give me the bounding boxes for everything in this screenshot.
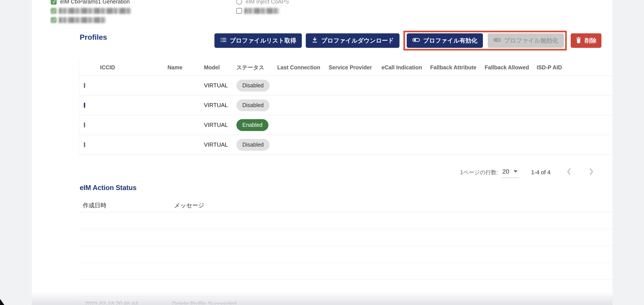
download-icon <box>312 37 318 45</box>
redacted-option-label <box>59 8 131 14</box>
next-page-button[interactable] <box>589 168 594 177</box>
option-row <box>51 6 131 15</box>
redacted-option-label <box>59 17 106 23</box>
expand-row-button[interactable] <box>607 235 612 240</box>
previous-page-button[interactable] <box>566 168 572 177</box>
column-header: Fallback Attribute <box>430 64 485 71</box>
table-row: VIRTUAL Disabled <box>79 76 612 96</box>
action-status-table: 作成日時 メッセージ <box>79 198 612 305</box>
status-badge: Enabled <box>236 119 268 131</box>
row-checkbox[interactable] <box>84 103 85 108</box>
message-value: Delete Profile Succeeded <box>172 297 607 305</box>
model-value: VIRTUAL <box>204 82 236 89</box>
rows-per-page-select[interactable]: 20 <box>501 167 519 178</box>
profile-download-button[interactable]: プロファイルダウンロード <box>306 33 400 48</box>
rows-per-page-label: 1ページの行数: <box>460 169 498 176</box>
expand-row-button[interactable] <box>607 269 612 274</box>
profiles-table-body: VIRTUAL Disabled VIRTUAL Disabled VIRTUA… <box>79 76 612 155</box>
column-header: Service Provider <box>328 64 382 71</box>
rows-per-page-value: 20 <box>502 168 509 175</box>
created-at-value: 2021-02-18 20:46:44 <box>79 297 172 305</box>
column-header: eCall Indication <box>382 64 430 71</box>
checkbox-icon[interactable] <box>51 17 57 23</box>
table-row: VIRTUAL Disabled <box>79 135 612 155</box>
column-header: Fallback Allowed <box>485 64 537 71</box>
column-header: Model <box>204 64 236 71</box>
option-row: eIM CtxParams1 Generation <box>51 0 131 6</box>
option-row <box>51 15 131 24</box>
table-row: VIRTUAL Disabled <box>79 96 612 115</box>
button-label: プロファイルリスト取得 <box>230 37 296 44</box>
action-status-row <box>79 212 612 229</box>
trash-icon <box>576 37 582 45</box>
row-checkbox[interactable] <box>84 83 85 88</box>
profile-enable-button[interactable]: プロファイル有効化 <box>407 33 483 48</box>
table-row: VIRTUAL Enabled <box>79 115 612 135</box>
status-badge: Disabled <box>236 139 270 151</box>
row-checkbox[interactable] <box>84 122 85 128</box>
action-status-header: 作成日時 メッセージ <box>79 198 612 212</box>
option-label: eIM CtxParams1 Generation <box>60 0 130 5</box>
option-row <box>236 6 289 15</box>
expand-row-button[interactable] <box>607 286 612 290</box>
page-background: eIM CtxParams1 Generation eIM Inject CoA… <box>0 0 644 305</box>
top-options-right: eIM Inject CoAPS <box>236 0 289 15</box>
pagination: 1ページの行数: 20 1-4 of 4 <box>460 164 594 180</box>
model-value: VIRTUAL <box>204 141 236 148</box>
action-status-row <box>79 229 612 246</box>
content-card: eIM CtxParams1 Generation eIM Inject CoA… <box>32 0 612 305</box>
top-options-left: eIM CtxParams1 Generation <box>51 0 131 24</box>
column-header-message: メッセージ <box>172 202 607 209</box>
checkbox-icon[interactable] <box>51 8 57 14</box>
profiles-heading: Profiles <box>80 33 107 42</box>
mouse-cursor <box>0 299 5 305</box>
checkbox-icon[interactable] <box>51 0 57 4</box>
status-badge: Disabled <box>236 80 270 92</box>
chevron-down-icon <box>514 170 518 173</box>
profiles-table: ICCIDNameModelステータスLast ConnectionServic… <box>79 59 612 155</box>
status-badge: Disabled <box>236 100 270 111</box>
option-row: eIM Inject CoAPS <box>236 0 289 6</box>
action-status-row-partial: 2021-02-18 20:46:44 Delete Profile Succe… <box>79 297 612 305</box>
list-icon <box>220 37 227 45</box>
column-header: ステータス <box>236 64 277 71</box>
get-profile-list-button[interactable]: プロファイルリスト取得 <box>214 33 302 48</box>
profile-disable-button[interactable]: プロファイル無効化 <box>488 33 564 48</box>
action-status-body <box>79 212 612 297</box>
profiles-table-header: ICCIDNameModelステータスLast ConnectionServic… <box>79 59 612 76</box>
action-status-row <box>79 280 612 297</box>
action-status-row <box>79 246 612 263</box>
eim-action-status-heading: eIM Action Status <box>80 184 136 192</box>
column-header: Name <box>168 64 204 71</box>
button-label: プロファイル無効化 <box>504 37 558 44</box>
pagination-range: 1-4 of 4 <box>531 169 550 176</box>
model-value: VIRTUAL <box>204 102 236 108</box>
action-status-row <box>79 263 612 280</box>
profiles-toolbar: プロファイルリスト取得 プロファイルダウンロード プロファイル有効化 <box>214 33 602 50</box>
toggle-icon <box>412 36 420 45</box>
expand-row-button[interactable] <box>607 252 612 257</box>
expand-row-button[interactable] <box>607 218 612 223</box>
column-header: ISD-P AID <box>537 64 612 71</box>
column-header-created-at: 作成日時 <box>79 202 172 209</box>
checkbox-icon[interactable] <box>236 8 242 14</box>
model-value: VIRTUAL <box>204 122 236 128</box>
checkbox-icon[interactable] <box>236 0 242 4</box>
button-label: 削除 <box>585 37 596 44</box>
highlight-box: プロファイル有効化 プロファイル無効化 <box>404 31 567 50</box>
option-label: eIM Inject CoAPS <box>246 0 289 5</box>
redacted-option-label <box>244 8 280 14</box>
delete-button[interactable]: 削除 <box>571 33 602 48</box>
button-label: プロファイルダウンロード <box>321 37 394 44</box>
toggle-icon <box>494 36 501 45</box>
column-header: Last Connection <box>277 64 328 71</box>
button-label: プロファイル有効化 <box>423 37 477 44</box>
column-header: ICCID <box>100 64 168 71</box>
row-checkbox[interactable] <box>84 142 85 147</box>
